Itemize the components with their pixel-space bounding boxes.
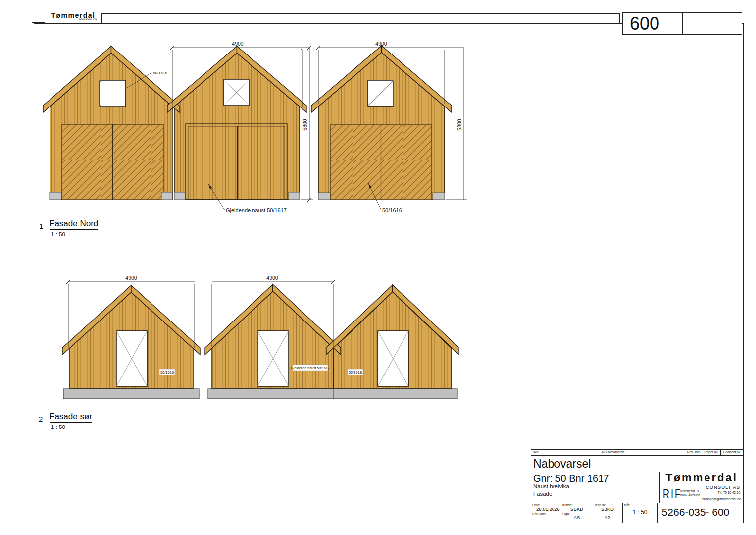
field-format-value: A2 <box>593 515 622 520</box>
foundation-strip <box>208 389 457 399</box>
view1-scale: 1 : 50 <box>51 231 65 238</box>
notice-title: Nabovarsel <box>533 458 591 470</box>
company-email: firmapost@tommerdal.no <box>686 497 741 501</box>
field-maal-value: 1 : 50 <box>622 509 657 516</box>
label-sor-current-naust: Gjeldende naust 50/1617 <box>291 366 329 370</box>
dim-width-nord-1: 4900 <box>232 41 244 47</box>
label-sor-50-1618: 50/1618 <box>349 370 362 374</box>
foundation-pad <box>318 193 330 200</box>
label-sor-50-1616: 50/1616 <box>160 370 174 374</box>
dim-width-sor-1: 4900 <box>125 275 137 281</box>
foundation-strip <box>63 389 199 399</box>
rif-logo: RIF <box>663 488 682 502</box>
view2-number: 2 <box>39 415 43 424</box>
field-revdato-label: Rev.Dato: <box>532 512 546 516</box>
foundation-pad <box>289 192 300 200</box>
view-fasade-sor: 4900 4900 50/1616 Gjeldende naust 50/161… <box>62 275 458 399</box>
rev-header-dato: Rev.Dato <box>686 450 702 454</box>
field-dato-value: 28.01.2026 <box>536 507 560 512</box>
foundation-pad <box>161 192 172 200</box>
dim-height-nord-1: 5800 <box>302 119 308 131</box>
rev-header-rev: Rev. <box>533 450 539 454</box>
dim-height-nord-2: 5800 <box>456 119 462 131</box>
view2-scale: 1 : 50 <box>51 424 65 430</box>
project-name: Naust breivika <box>533 483 569 490</box>
label-50-1616: 50/1616 <box>382 207 402 213</box>
foundation-pad <box>174 192 185 200</box>
field-sign-value: AS <box>561 515 593 520</box>
rev-header-beskrivelse: Rev.Beskrivelse <box>541 450 686 454</box>
rev-header-godkjent: Godkjent av. <box>720 450 744 454</box>
company-address-1: Notenesgt. 9 <box>680 489 699 493</box>
view2-title: Fasade sør <box>50 412 92 423</box>
field-konstr-value: SBKD <box>561 507 593 512</box>
foundation-pad <box>433 193 445 200</box>
property-id: Gnr: 50 Bnr 1617 <box>533 473 609 483</box>
drawing-sheet: Tømmerdal CONSULT AS 600 <box>0 0 756 535</box>
view-fasade-nord: 4900 4900 5800 5800 50/1618 Gjeldende na… <box>43 41 467 213</box>
company-name: Tømmerdal <box>660 472 743 483</box>
label-roof-50-1618: 50/1618 <box>153 71 167 75</box>
field-tegnav-value: SBKD <box>593 507 622 512</box>
dim-width-nord-2: 4900 <box>375 41 387 47</box>
field-maal-label: Mål: <box>624 503 630 507</box>
view1-title: Fasade Nord <box>50 219 98 230</box>
company-phone: Tlf. 70 10 42 60 <box>706 491 740 494</box>
company-address-2: 6002 Ålesund <box>680 493 700 497</box>
view1-number: 1 <box>39 222 43 231</box>
drawing-number: 5266-035- 600 <box>657 506 734 518</box>
foundation-pad <box>50 192 61 200</box>
facade-drawing-canvas: 4900 4900 5800 5800 50/1618 Gjeldende na… <box>0 0 756 535</box>
drawing-content: Fasade <box>533 491 552 497</box>
dim-width-sor-2: 4900 <box>266 275 278 281</box>
label-current-naust: Gjeldende naust 50/1617 <box>226 207 287 213</box>
rev-header-tegnet: Tegnet av. <box>702 450 720 454</box>
